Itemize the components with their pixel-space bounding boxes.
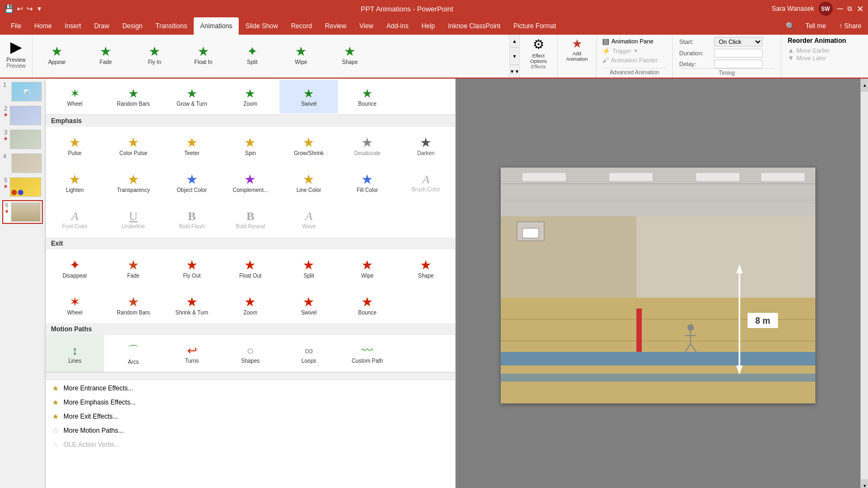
anim-underline[interactable]: UUnderline [104, 201, 163, 237]
anim-wave[interactable]: AWave [279, 201, 338, 237]
anim-fillcolor[interactable]: ★Fill Color [338, 164, 397, 201]
customize-icon[interactable]: ▼ [36, 5, 42, 12]
redo-icon[interactable]: ↪ [27, 4, 33, 13]
tab-insert[interactable]: Insert [58, 17, 87, 35]
anim-colorpulse[interactable]: ★Color Pulse [104, 127, 163, 164]
anim-flyin[interactable]: ★Fly In [130, 35, 179, 74]
anim-complement[interactable]: ★Complement... [221, 164, 280, 201]
anim-wheel-exit[interactable]: ✶Wheel [46, 286, 104, 323]
slide-thumb-6[interactable]: 6 ★ [2, 200, 43, 224]
anim-zoom[interactable]: ★Zoom [221, 80, 280, 113]
start-select[interactable]: On Click With Previous After Previous [714, 37, 763, 47]
anim-randombars[interactable]: ★Random Bars [104, 80, 163, 113]
anim-floatout[interactable]: ★Float Out [221, 249, 280, 286]
anim-desaturate[interactable]: ★Desaturate [338, 127, 397, 164]
tab-share[interactable]: ↑ Share [833, 17, 868, 35]
tab-tellme[interactable]: Tell me [799, 17, 833, 35]
slide-thumb-4[interactable]: 4 [2, 152, 43, 174]
trigger-btn[interactable]: ⚡ Trigger ▼ [602, 47, 667, 55]
anim-loops[interactable]: ∞Loops [279, 335, 338, 372]
anim-custompath[interactable]: 〰Custom Path [338, 335, 397, 372]
more-motion-paths[interactable]: ☆ More Motion Paths... [46, 423, 455, 438]
anim-growshrink[interactable]: ★Grow/Shrink [279, 127, 338, 164]
save-icon[interactable]: 💾 [4, 4, 14, 13]
restore-icon[interactable]: ⧉ [847, 5, 852, 12]
more-emphasis-effects[interactable]: ★ More Emphasis Effects... [46, 395, 455, 409]
animation-painter-btn[interactable]: 🖌 Animation Painter [602, 56, 667, 64]
slide-thumb-5[interactable]: 5 ★ [2, 176, 43, 198]
anim-split[interactable]: ✦Split [228, 35, 277, 74]
tab-design[interactable]: Design [116, 17, 149, 35]
scroll-more-arrow[interactable]: ▼▼ [510, 65, 519, 78]
tab-help[interactable]: Help [415, 17, 442, 35]
anim-wipe-exit[interactable]: ★Wipe [338, 249, 397, 286]
scroll-up-btn[interactable]: ▲ [861, 79, 868, 92]
delay-input[interactable] [714, 60, 763, 68]
anim-swivel[interactable]: ★Swivel [279, 80, 338, 113]
anim-transparency[interactable]: ★Transparency [104, 164, 163, 201]
anim-disappear[interactable]: ✦Disappear [46, 249, 104, 286]
anim-flyout[interactable]: ★Fly Out [163, 249, 221, 286]
animation-pane-btn[interactable]: ▤ Animation Pane [602, 37, 667, 46]
tab-pictureformat[interactable]: Picture Format [507, 17, 563, 35]
anim-floatin[interactable]: ★Float In [179, 35, 228, 74]
anim-bounce-exit[interactable]: ★Bounce [338, 286, 397, 323]
tab-draw[interactable]: Draw [87, 17, 116, 35]
tab-record[interactable]: Record [284, 17, 318, 35]
tab-file[interactable]: File [4, 17, 28, 35]
more-entrance-effects[interactable]: ★ More Entrance Effects... [46, 381, 455, 395]
scroll-track[interactable] [861, 92, 868, 479]
tab-transitions[interactable]: Transitions [149, 17, 194, 35]
undo-icon[interactable]: ↩ [17, 4, 23, 13]
slide-thumb-2[interactable]: 2 ★ [2, 105, 43, 126]
anim-lighten[interactable]: ★Lighten [46, 164, 104, 201]
anim-randombars-exit[interactable]: ★Random Bars [104, 286, 163, 323]
anim-spin[interactable]: ★Spin [221, 127, 280, 164]
close-icon[interactable]: ✕ [857, 4, 864, 14]
anim-lines[interactable]: ↕Lines [46, 335, 104, 372]
anim-split-exit[interactable]: ★Split [279, 249, 338, 286]
add-animation-star-icon[interactable]: ★ [572, 37, 583, 51]
anim-teeter[interactable]: ★Teeter [163, 127, 221, 164]
scroll-up-arrow[interactable]: ▲ [510, 35, 519, 48]
anim-fontcolor[interactable]: AFont Color [46, 201, 104, 237]
anim-fade-exit[interactable]: ★Fade [104, 249, 163, 286]
anim-growturn[interactable]: ★Grow & Turn [163, 80, 221, 113]
tab-addins[interactable]: Add-ins [380, 17, 415, 35]
preview-btn[interactable]: ▶ [10, 38, 22, 56]
duration-input[interactable] [714, 49, 763, 57]
anim-shape-exit[interactable]: ★Shape [397, 249, 455, 286]
anim-appear[interactable]: ★Appear [33, 35, 81, 74]
tab-home[interactable]: Home [28, 17, 58, 35]
slide-thumb-3[interactable]: 3 ★ [2, 129, 43, 150]
anim-bounce-entrance[interactable]: ★Bounce [338, 80, 397, 113]
anim-wipe[interactable]: ★Wipe [277, 35, 326, 74]
tab-slideshow[interactable]: Slide Show [239, 17, 284, 35]
anim-shrinkturn[interactable]: ★Shrink & Turn [163, 286, 221, 323]
anim-objectcolor[interactable]: ★Object Color [163, 164, 221, 201]
scroll-down-btn[interactable]: ▼ [861, 479, 868, 488]
minimize-icon[interactable]: ─ [837, 4, 843, 14]
anim-shapes-motion[interactable]: ○Shapes [221, 335, 280, 372]
tab-classpoint[interactable]: Inknoe ClassPoint [442, 17, 507, 35]
anim-shape[interactable]: ★Shape [326, 35, 374, 74]
anim-zoom-exit[interactable]: ★Zoom [221, 286, 280, 323]
anim-boldflash[interactable]: BBold Flash [163, 201, 221, 237]
anim-boldreveal[interactable]: BBold Reveal [221, 201, 280, 237]
move-later-btn[interactable]: ▼ Move Later [788, 54, 861, 62]
move-earlier-btn[interactable]: ▲ Move Earlier [788, 47, 861, 54]
ole-action-verbs[interactable]: ☆ OLE Action Verbs... [46, 438, 455, 452]
anim-arcs[interactable]: ⌒Arcs [104, 335, 163, 372]
effect-options-btn[interactable]: ⚙ [533, 37, 545, 52]
anim-wheel[interactable]: ✶Wheel [46, 80, 104, 113]
anim-fade[interactable]: ★Fade [81, 35, 130, 74]
user-avatar[interactable]: SW [819, 2, 833, 16]
anim-darken[interactable]: ★Darken [397, 127, 455, 164]
anim-swivel-exit[interactable]: ★Swivel [279, 286, 338, 323]
tab-view[interactable]: View [353, 17, 380, 35]
tab-animations[interactable]: Animations [194, 17, 239, 35]
search-icon[interactable]: 🔍 [781, 17, 799, 35]
more-exit-effects[interactable]: ★ More Exit Effects... [46, 409, 455, 423]
anim-turns[interactable]: ↩Turns [163, 335, 221, 372]
anim-pulse[interactable]: ★Pulse [46, 127, 104, 164]
